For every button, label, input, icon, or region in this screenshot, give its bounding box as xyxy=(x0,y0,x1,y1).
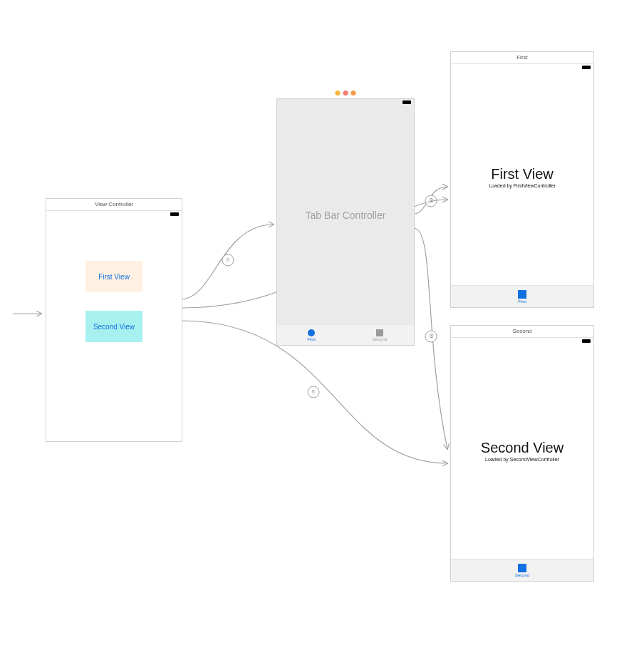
second-heading: Second View xyxy=(451,440,593,456)
tab-bar-second: Second xyxy=(451,559,593,581)
square-icon xyxy=(376,329,383,336)
button-first-view[interactable]: First View xyxy=(85,261,142,292)
scene-body-vc: First View Second View xyxy=(46,211,182,441)
first-heading: First View xyxy=(451,166,593,182)
segue-to-tabbar[interactable] xyxy=(181,225,274,299)
battery-icon xyxy=(170,212,179,216)
tab-item-label: First xyxy=(307,337,316,341)
tab-bar-first: First xyxy=(451,285,593,307)
segue-badge-second[interactable] xyxy=(308,386,319,398)
svg-text:⎘: ⎘ xyxy=(227,257,230,262)
segue-badge-present[interactable] xyxy=(222,254,234,266)
scene-second[interactable]: Second Second View Loaded by SecondViewC… xyxy=(450,325,594,582)
tab-bar-first-label: First xyxy=(518,299,526,304)
second-subheading: Loaded by SecondViewController xyxy=(451,457,593,462)
battery-icon xyxy=(582,66,591,69)
svg-text:⦿: ⦿ xyxy=(429,198,434,203)
svg-text:⦿: ⦿ xyxy=(429,334,434,339)
square-icon xyxy=(308,329,315,336)
scene-body-first: First View Loaded by FirstViewController… xyxy=(451,64,593,307)
scene-body-second: Second View Loaded by SecondViewControll… xyxy=(451,338,593,581)
dot-yellow-icon xyxy=(336,91,341,96)
scene-body-tabbar: Tab Bar Controller First Second xyxy=(277,99,414,345)
battery-icon xyxy=(402,100,411,104)
tabbar-controller-label: Tab Bar Controller xyxy=(277,210,414,221)
battery-icon xyxy=(582,339,591,343)
segue-badge-relationship-second[interactable] xyxy=(425,331,437,342)
segue-to-second[interactable] xyxy=(414,228,447,449)
square-icon xyxy=(518,290,526,299)
tab-bar: First Second xyxy=(277,325,414,345)
tab-item-second[interactable]: Second xyxy=(346,325,414,345)
segue-badge-relationship-first[interactable] xyxy=(425,195,437,207)
storyboard-canvas: ⎘ ⦿ ⦿ ⎘ View Controller First View Secon… xyxy=(0,0,644,660)
segue-to-first[interactable] xyxy=(414,187,447,214)
scene-view-controller[interactable]: View Controller First View Second View xyxy=(46,198,182,442)
tab-item-label: Second xyxy=(373,337,387,341)
scene-title-second: Second xyxy=(451,326,593,338)
dot-orange-icon xyxy=(351,91,356,96)
button-second-view[interactable]: Second View xyxy=(85,311,142,342)
square-icon xyxy=(518,564,526,572)
scene-tab-bar-controller[interactable]: Tab Bar Controller First Second xyxy=(276,98,415,346)
tabbar-placeholder-bg: Tab Bar Controller First Second xyxy=(277,99,414,345)
scene-title-vc: View Controller xyxy=(46,199,182,211)
tab-item-first[interactable]: First xyxy=(277,325,346,345)
scene-title-first: First xyxy=(451,52,593,64)
dot-red-icon xyxy=(343,91,348,96)
scene-first[interactable]: First First View Loaded by FirstViewCont… xyxy=(450,51,594,308)
window-traffic-lights xyxy=(336,91,356,96)
first-subheading: Loaded by FirstViewController xyxy=(451,183,593,188)
svg-text:⎘: ⎘ xyxy=(312,389,316,394)
tab-bar-second-label: Second xyxy=(515,573,529,577)
